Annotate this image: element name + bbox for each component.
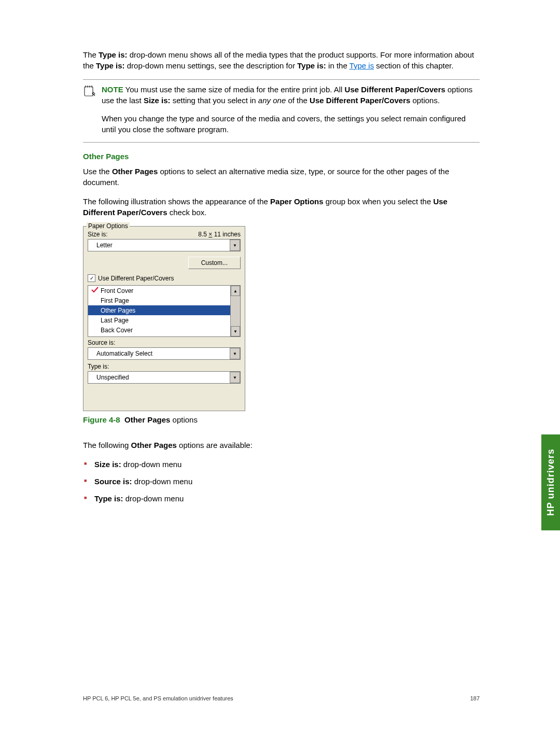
scrollbar[interactable]: ▲ ▼ xyxy=(230,286,240,336)
paper-options-groupbox: Paper Options Size is: 8.5 × 11 inches L… xyxy=(83,226,245,411)
use-paragraph: Use the Other Pages options to select an… xyxy=(83,166,480,188)
bullet-list: Size is: drop-down menu Source is: drop-… xyxy=(83,459,480,504)
chevron-down-icon: ▼ xyxy=(230,348,240,359)
other-pages-heading: Other Pages xyxy=(83,152,480,161)
chevron-down-icon: ▼ xyxy=(230,372,240,383)
intro-paragraph: The Type is: drop-down menu shows all of… xyxy=(83,49,480,71)
checkmark-icon xyxy=(91,287,101,294)
page-footer: HP PCL 6, HP PCL 5e, and PS emulation un… xyxy=(83,695,480,701)
scroll-down-icon[interactable]: ▼ xyxy=(231,326,240,336)
note-box: NOTE You must use the same size of media… xyxy=(83,79,480,143)
type-dropdown[interactable]: Unspecified ▼ xyxy=(88,371,241,384)
illustration-paragraph: The following illustration shows the app… xyxy=(83,196,480,218)
note-label: NOTE xyxy=(102,85,123,94)
size-dropdown-value: Letter xyxy=(96,242,113,249)
type-is-label: Type is: xyxy=(88,363,241,370)
paper-covers-listbox[interactable]: Front Cover First Page Other Pages Last … xyxy=(88,285,241,337)
size-dropdown[interactable]: Letter ▼ xyxy=(88,239,241,251)
type-is-link[interactable]: Type is xyxy=(349,61,374,70)
groupbox-legend: Paper Options xyxy=(87,222,130,230)
list-item[interactable]: First Page xyxy=(88,296,230,305)
side-tab: HP unidrivers xyxy=(541,434,560,530)
type-dropdown-value: Unspecified xyxy=(96,374,129,381)
custom-button[interactable]: Custom... xyxy=(188,257,241,269)
note-icon xyxy=(83,85,95,99)
size-dimensions: 8.5 × 11 inches xyxy=(198,231,241,238)
list-item[interactable]: Last Page xyxy=(88,315,230,325)
list-item[interactable]: Back Cover xyxy=(88,325,230,335)
list-item[interactable]: Front Cover xyxy=(88,286,230,296)
figure-caption: Figure 4-8 Other Pages options xyxy=(83,415,480,424)
use-different-label: Use Different Paper/Covers xyxy=(98,275,174,282)
use-different-checkbox[interactable]: ✓ xyxy=(88,274,95,282)
size-is-label: Size is: xyxy=(88,231,108,238)
footer-page-number: 187 xyxy=(470,695,480,701)
available-paragraph: The following Other Pages options are av… xyxy=(83,440,480,451)
svg-rect-0 xyxy=(85,87,93,96)
chevron-down-icon: ▼ xyxy=(230,240,240,251)
scroll-up-icon[interactable]: ▲ xyxy=(231,286,240,296)
source-is-label: Source is: xyxy=(88,339,241,346)
source-dropdown[interactable]: Automatically Select ▼ xyxy=(88,347,241,360)
note-paragraph-2: When you change the type and source of t… xyxy=(102,113,480,135)
source-dropdown-value: Automatically Select xyxy=(96,350,152,357)
footer-left: HP PCL 6, HP PCL 5e, and PS emulation un… xyxy=(83,695,233,701)
list-item-selected[interactable]: Other Pages xyxy=(88,305,230,315)
